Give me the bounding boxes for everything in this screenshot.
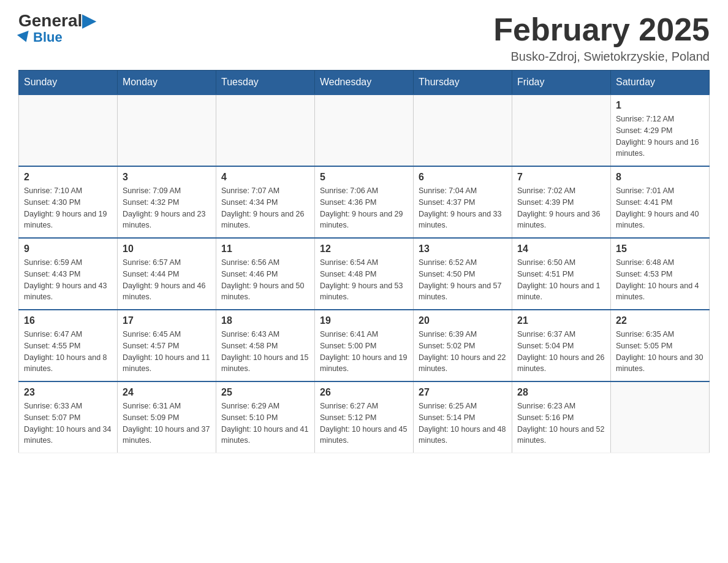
day-number: 13: [419, 243, 507, 255]
calendar-cell: 16Sunrise: 6:47 AMSunset: 4:55 PMDayligh…: [19, 310, 118, 381]
day-info: Sunrise: 7:07 AMSunset: 4:34 PMDaylight:…: [221, 185, 309, 231]
day-number: 7: [517, 172, 605, 183]
day-number: 18: [221, 315, 309, 326]
day-info: Sunrise: 7:01 AMSunset: 4:41 PMDaylight:…: [616, 185, 704, 231]
day-number: 12: [320, 243, 408, 255]
calendar-cell: 23Sunrise: 6:33 AMSunset: 5:07 PMDayligh…: [19, 381, 118, 453]
calendar-cell: 14Sunrise: 6:50 AMSunset: 4:51 PMDayligh…: [512, 238, 611, 310]
calendar-cell: 4Sunrise: 7:07 AMSunset: 4:34 PMDaylight…: [216, 166, 315, 238]
day-number: 19: [320, 315, 408, 326]
day-info: Sunrise: 6:25 AMSunset: 5:14 PMDaylight:…: [419, 400, 507, 446]
calendar-week-row: 1Sunrise: 7:12 AMSunset: 4:29 PMDaylight…: [19, 94, 710, 166]
day-info: Sunrise: 7:02 AMSunset: 4:39 PMDaylight:…: [517, 185, 605, 231]
weekday-header-saturday: Saturday: [611, 71, 710, 95]
title-block: February 2025 Busko-Zdroj, Swietokrzyski…: [493, 12, 710, 64]
logo-blue-triangle: [17, 31, 32, 44]
day-info: Sunrise: 6:29 AMSunset: 5:10 PMDaylight:…: [221, 400, 309, 446]
calendar-cell: 25Sunrise: 6:29 AMSunset: 5:10 PMDayligh…: [216, 381, 315, 453]
day-info: Sunrise: 6:50 AMSunset: 4:51 PMDaylight:…: [517, 257, 605, 303]
day-info: Sunrise: 6:47 AMSunset: 4:55 PMDaylight:…: [24, 329, 112, 375]
day-info: Sunrise: 6:43 AMSunset: 4:58 PMDaylight:…: [221, 329, 309, 375]
day-number: 1: [616, 100, 704, 111]
weekday-header-monday: Monday: [118, 71, 216, 95]
day-number: 14: [517, 243, 605, 255]
day-info: Sunrise: 6:54 AMSunset: 4:48 PMDaylight:…: [320, 257, 408, 303]
calendar-cell: 21Sunrise: 6:37 AMSunset: 5:04 PMDayligh…: [512, 310, 611, 381]
calendar-cell: [414, 94, 512, 166]
day-info: Sunrise: 7:04 AMSunset: 4:37 PMDaylight:…: [419, 185, 507, 231]
day-number: 23: [24, 387, 112, 398]
logo-general-text: General▶: [18, 12, 96, 29]
day-number: 26: [320, 387, 408, 398]
day-info: Sunrise: 6:31 AMSunset: 5:09 PMDaylight:…: [123, 400, 211, 446]
calendar-cell: [512, 94, 611, 166]
day-info: Sunrise: 6:56 AMSunset: 4:46 PMDaylight:…: [221, 257, 309, 303]
day-number: 4: [221, 172, 309, 183]
day-info: Sunrise: 6:23 AMSunset: 5:16 PMDaylight:…: [517, 400, 605, 446]
calendar-cell: 13Sunrise: 6:52 AMSunset: 4:50 PMDayligh…: [414, 238, 512, 310]
day-number: 21: [517, 315, 605, 326]
day-number: 6: [419, 172, 507, 183]
calendar-cell: [216, 94, 315, 166]
day-number: 22: [616, 315, 704, 326]
day-number: 5: [320, 172, 408, 183]
calendar-table: SundayMondayTuesdayWednesdayThursdayFrid…: [18, 70, 710, 453]
calendar-week-row: 23Sunrise: 6:33 AMSunset: 5:07 PMDayligh…: [19, 381, 710, 453]
calendar-cell: 3Sunrise: 7:09 AMSunset: 4:32 PMDaylight…: [118, 166, 216, 238]
day-number: 10: [123, 243, 211, 255]
calendar-cell: 20Sunrise: 6:39 AMSunset: 5:02 PMDayligh…: [414, 310, 512, 381]
day-number: 16: [24, 315, 112, 326]
calendar-cell: 27Sunrise: 6:25 AMSunset: 5:14 PMDayligh…: [414, 381, 512, 453]
day-number: 8: [616, 172, 704, 183]
day-number: 15: [616, 243, 704, 255]
day-info: Sunrise: 7:12 AMSunset: 4:29 PMDaylight:…: [616, 113, 704, 159]
logo-blue-text: Blue: [18, 29, 63, 45]
calendar-cell: 17Sunrise: 6:45 AMSunset: 4:57 PMDayligh…: [118, 310, 216, 381]
logo-triangle-icon: ▶: [82, 11, 96, 30]
calendar-cell: 18Sunrise: 6:43 AMSunset: 4:58 PMDayligh…: [216, 310, 315, 381]
day-number: 20: [419, 315, 507, 326]
weekday-header-tuesday: Tuesday: [216, 71, 315, 95]
calendar-cell: 9Sunrise: 6:59 AMSunset: 4:43 PMDaylight…: [19, 238, 118, 310]
calendar-cell: 28Sunrise: 6:23 AMSunset: 5:16 PMDayligh…: [512, 381, 611, 453]
day-number: 9: [24, 243, 112, 255]
calendar-cell: 19Sunrise: 6:41 AMSunset: 5:00 PMDayligh…: [315, 310, 414, 381]
calendar-cell: 22Sunrise: 6:35 AMSunset: 5:05 PMDayligh…: [611, 310, 710, 381]
weekday-header-row: SundayMondayTuesdayWednesdayThursdayFrid…: [19, 71, 710, 95]
day-info: Sunrise: 6:35 AMSunset: 5:05 PMDaylight:…: [616, 329, 704, 375]
day-number: 3: [123, 172, 211, 183]
calendar-cell: 11Sunrise: 6:56 AMSunset: 4:46 PMDayligh…: [216, 238, 315, 310]
weekday-header-friday: Friday: [512, 71, 611, 95]
logo: General▶ Blue: [18, 12, 96, 45]
day-number: 2: [24, 172, 112, 183]
calendar-cell: 1Sunrise: 7:12 AMSunset: 4:29 PMDaylight…: [611, 94, 710, 166]
day-info: Sunrise: 7:09 AMSunset: 4:32 PMDaylight:…: [123, 185, 211, 231]
calendar-cell: 8Sunrise: 7:01 AMSunset: 4:41 PMDaylight…: [611, 166, 710, 238]
calendar-cell: 26Sunrise: 6:27 AMSunset: 5:12 PMDayligh…: [315, 381, 414, 453]
day-info: Sunrise: 7:06 AMSunset: 4:36 PMDaylight:…: [320, 185, 408, 231]
calendar-week-row: 16Sunrise: 6:47 AMSunset: 4:55 PMDayligh…: [19, 310, 710, 381]
day-info: Sunrise: 6:27 AMSunset: 5:12 PMDaylight:…: [320, 400, 408, 446]
day-number: 17: [123, 315, 211, 326]
day-number: 24: [123, 387, 211, 398]
calendar-cell: [611, 381, 710, 453]
calendar-cell: [19, 94, 118, 166]
calendar-cell: 10Sunrise: 6:57 AMSunset: 4:44 PMDayligh…: [118, 238, 216, 310]
day-info: Sunrise: 7:10 AMSunset: 4:30 PMDaylight:…: [24, 185, 112, 231]
day-info: Sunrise: 6:59 AMSunset: 4:43 PMDaylight:…: [24, 257, 112, 303]
weekday-header-sunday: Sunday: [19, 71, 118, 95]
day-number: 27: [419, 387, 507, 398]
day-number: 28: [517, 387, 605, 398]
month-title: February 2025: [493, 12, 710, 47]
calendar-cell: 15Sunrise: 6:48 AMSunset: 4:53 PMDayligh…: [611, 238, 710, 310]
calendar-cell: [315, 94, 414, 166]
day-info: Sunrise: 6:52 AMSunset: 4:50 PMDaylight:…: [419, 257, 507, 303]
calendar-week-row: 2Sunrise: 7:10 AMSunset: 4:30 PMDaylight…: [19, 166, 710, 238]
day-info: Sunrise: 6:39 AMSunset: 5:02 PMDaylight:…: [419, 329, 507, 375]
page-header: General▶ Blue February 2025 Busko-Zdroj,…: [18, 12, 710, 64]
calendar-cell: 5Sunrise: 7:06 AMSunset: 4:36 PMDaylight…: [315, 166, 414, 238]
day-info: Sunrise: 6:57 AMSunset: 4:44 PMDaylight:…: [123, 257, 211, 303]
calendar-cell: 24Sunrise: 6:31 AMSunset: 5:09 PMDayligh…: [118, 381, 216, 453]
weekday-header-wednesday: Wednesday: [315, 71, 414, 95]
day-number: 25: [221, 387, 309, 398]
